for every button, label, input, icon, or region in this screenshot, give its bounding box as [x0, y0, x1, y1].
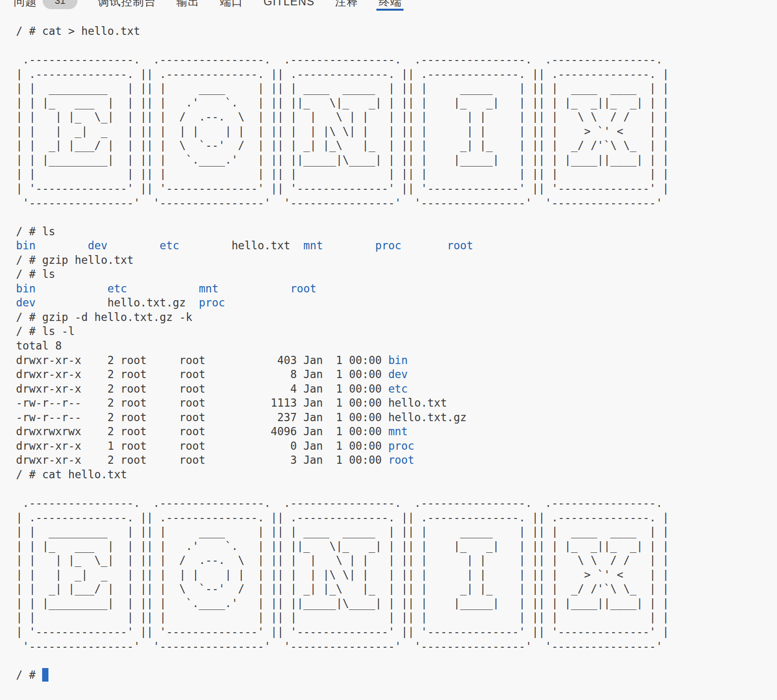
terminal[interactable]: / # cat > hello.txt .----------------. .… — [0, 11, 777, 682]
ascii-art-line: .----------------. .----------------. .-… — [16, 53, 777, 67]
panel-tab-debug-console[interactable]: 调试控制台 — [98, 0, 156, 11]
terminal-text: drwxr-xr-x 2 root root 4 Jan 1 00:00 — [16, 382, 388, 395]
panel-tab-ports[interactable]: 端口 — [220, 0, 243, 11]
directory-name: bin — [16, 282, 108, 295]
terminal-line: drwxr-xr-x 1 root root 0 Jan 1 00:00 pro… — [16, 439, 777, 454]
terminal-text: / # ls — [16, 225, 55, 238]
directory-name: etc — [388, 382, 407, 395]
terminal-text: drwxrwxrwx 2 root root 4096 Jan 1 00:00 — [16, 425, 388, 438]
ascii-art-line: | .--------------. || .--------------. |… — [16, 67, 777, 82]
terminal-text: / # cat > hello.txt — [16, 25, 140, 37]
terminal-line: drwxr-xr-x 2 root root 8 Jan 1 00:00 dev — [16, 367, 777, 382]
ascii-art-line: | | | _| _ | || | | | | | | || | | |\ \|… — [16, 124, 777, 139]
terminal-line: bin dev etc hello.txt mnt proc root — [16, 239, 777, 253]
ascii-art-line: | | | _| _ | || | | | | | | || | | |\ \|… — [16, 568, 777, 582]
terminal-text: total 8 — [16, 339, 62, 352]
ascii-art-line: | | _| |___/ | | || | \ `--' / | || | _|… — [16, 582, 777, 596]
ascii-art-line: '----------------' '----------------' '-… — [16, 196, 777, 211]
directory-name: proc — [199, 296, 225, 309]
panel-tab-terminal[interactable]: 终端 — [378, 0, 402, 11]
terminal-text: drwxr-xr-x 2 root root 3 Jan 1 00:00 — [16, 454, 388, 466]
ascii-art-line: | | |_ ___ | | || | .' `. | || ||_ \|_ _… — [16, 539, 777, 554]
panel-tab-label: 端口 — [220, 0, 243, 7]
terminal-text: / # ls -l — [16, 325, 75, 337]
panel-tab-output[interactable]: 输出 — [176, 0, 200, 11]
directory-name: mnt — [388, 425, 407, 438]
terminal-text: hello.txt.gz — [108, 296, 199, 309]
ascii-art-line: | | _________ | || | ____ | || | ____ __… — [16, 525, 777, 539]
ascii-art-line: | .--------------. || .--------------. |… — [16, 511, 777, 525]
terminal-output: / # cat > hello.txt .----------------. .… — [16, 24, 777, 682]
ascii-art-line: | | _________ | || | ____ | || | ____ __… — [16, 81, 777, 96]
directory-name: proc — [375, 239, 447, 252]
panel-tab-gitlens[interactable]: GITLENS — [264, 0, 314, 11]
panel-tab-comments[interactable]: 注释 — [335, 0, 358, 11]
directory-name: root — [447, 239, 473, 252]
terminal-line: / # gzip -d hello.txt.gz -k — [16, 310, 777, 325]
panel-tab-label: 问题 — [14, 0, 37, 7]
terminal-text: -rw-r--r-- 2 root root 1113 Jan 1 00:00 … — [16, 396, 447, 409]
terminal-line: / # cat hello.txt — [16, 468, 777, 482]
terminal-line: bin etc mnt root — [16, 282, 777, 296]
ascii-art-line: | | | |_ \_| | || | / .--. \ | || | | \ … — [16, 553, 777, 568]
panel-tab-label: 调试控制台 — [98, 0, 156, 7]
directory-name: proc — [388, 440, 414, 452]
problems-count-badge: 31 — [43, 0, 78, 9]
ascii-art-line: | | | || | | || | | || | | || | | | — [16, 167, 777, 182]
ascii-art-line: | | | || | | || | | || | | || | | | — [16, 610, 777, 625]
terminal-line: / # gzip hello.txt — [16, 253, 777, 268]
terminal-text: drwxr-xr-x 2 root root 8 Jan 1 00:00 — [16, 368, 388, 380]
ascii-art-line: | | _| |___/ | | || | \ `--' / | || | _|… — [16, 138, 777, 153]
terminal-line: drwxrwxrwx 2 root root 4096 Jan 1 00:00 … — [16, 425, 777, 439]
terminal-text: / # ls — [16, 268, 55, 280]
panel-tab-label: 终端 — [378, 0, 402, 7]
terminal-line: -rw-r--r-- 2 root root 237 Jan 1 00:00 h… — [16, 411, 777, 425]
panel-tab-problems[interactable]: 问题31 — [14, 0, 78, 11]
ascii-art-line: | | |_________| | || | `.____.' | || ||_… — [16, 596, 777, 611]
terminal-line: / # ls — [16, 225, 777, 239]
directory-name: etc — [160, 239, 232, 252]
ascii-art-line: | | |_________| | || | `.____.' | || ||_… — [16, 153, 777, 167]
directory-name: dev — [388, 368, 407, 380]
terminal-text: / # — [16, 669, 42, 681]
directory-name: etc — [108, 282, 199, 295]
directory-name: root — [290, 282, 316, 295]
directory-name: dev — [88, 239, 159, 252]
terminal-line: / # ls — [16, 267, 777, 282]
directory-name: bin — [388, 354, 407, 366]
terminal-line: / # — [16, 668, 777, 683]
ascii-art-line: | | | |_ \_| | || | / .--. \ | || | | \ … — [16, 110, 777, 124]
panel-tab-label: 注释 — [335, 0, 358, 7]
directory-name: mnt — [303, 239, 375, 252]
directory-name: dev — [16, 296, 108, 309]
terminal-line: drwxr-xr-x 2 root root 3 Jan 1 00:00 roo… — [16, 453, 777, 468]
terminal-text: / # gzip hello.txt — [16, 254, 134, 266]
panel-tab-label: GITLENS — [264, 0, 314, 7]
terminal-line: total 8 — [16, 339, 777, 353]
terminal-line: dev hello.txt.gz proc — [16, 296, 777, 310]
directory-name: root — [388, 454, 414, 466]
terminal-text: / # cat hello.txt — [16, 468, 127, 481]
panel-tabbar: 问题31调试控制台输出端口GITLENS注释终端 — [0, 0, 777, 11]
ascii-art-line: | | |_ ___ | | || | .' `. | || ||_ \|_ _… — [16, 96, 777, 110]
terminal-text: / # gzip -d hello.txt.gz -k — [16, 311, 192, 323]
panel-tab-label: 输出 — [176, 0, 200, 7]
terminal-line: / # cat > hello.txt — [16, 24, 777, 39]
terminal-line: / # ls -l — [16, 324, 777, 339]
ascii-art-line: | '--------------' || '--------------' |… — [16, 625, 777, 639]
terminal-line: -rw-r--r-- 2 root root 1113 Jan 1 00:00 … — [16, 396, 777, 411]
directory-name: bin — [16, 239, 88, 252]
terminal-blank-line — [16, 654, 777, 668]
ascii-art-line: .----------------. .----------------. .-… — [16, 496, 777, 511]
directory-name: mnt — [199, 282, 290, 295]
terminal-text: drwxr-xr-x 1 root root 0 Jan 1 00:00 — [16, 440, 388, 452]
ascii-art-line: | '--------------' || '--------------' |… — [16, 182, 777, 196]
terminal-text: drwxr-xr-x 2 root root 403 Jan 1 00:00 — [16, 354, 388, 366]
terminal-cursor[interactable] — [42, 668, 49, 682]
ascii-art-line: '----------------' '----------------' '-… — [16, 639, 777, 654]
terminal-line: drwxr-xr-x 2 root root 4 Jan 1 00:00 etc — [16, 382, 777, 396]
terminal-text: hello.txt — [232, 239, 303, 252]
terminal-line: drwxr-xr-x 2 root root 403 Jan 1 00:00 b… — [16, 353, 777, 368]
terminal-blank-line — [16, 210, 777, 225]
terminal-blank-line — [16, 39, 777, 53]
